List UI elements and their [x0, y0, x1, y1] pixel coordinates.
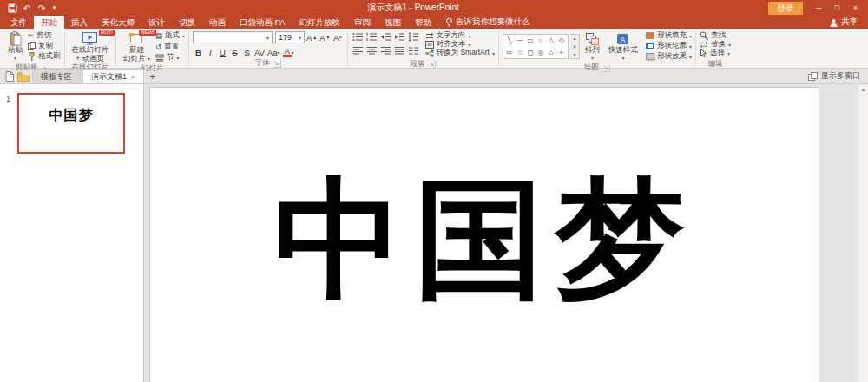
paste-button[interactable]: 粘贴 ▾	[4, 30, 26, 63]
shape-plus-icon[interactable]: +	[560, 49, 564, 56]
close-icon[interactable]: ×	[846, 1, 865, 15]
tab-design[interactable]: 设计	[141, 16, 172, 29]
gallery-more-icon[interactable]: ▾	[574, 52, 576, 57]
tab-home[interactable]: 开始	[34, 16, 64, 29]
font-size-value: 179	[279, 33, 292, 42]
cut-button[interactable]: ✂ 剪切	[28, 31, 61, 40]
shape-home-icon[interactable]: ⌂	[549, 49, 554, 56]
shape-arrow-icon[interactable]: ⇨	[507, 49, 513, 56]
shape-gallery-scrollbar[interactable]: ▲ ▼ ▾	[570, 34, 580, 59]
italic-button[interactable]: I	[205, 46, 216, 58]
underline-button[interactable]: U	[217, 46, 228, 58]
slide-thumbnail[interactable]: 中国梦	[17, 93, 125, 154]
login-button[interactable]: 登录	[768, 2, 803, 15]
document-icon[interactable]	[5, 71, 14, 82]
slide-editing-surface[interactable]: 中国梦	[149, 87, 819, 382]
shape-fill-button[interactable]: 形状填充 ▾	[646, 31, 692, 40]
paste-dropdown-icon: ▾	[14, 55, 16, 63]
select-button[interactable]: 选择 ▾	[700, 49, 731, 57]
shape-triangle-icon[interactable]: △	[549, 36, 554, 44]
scrollbar-up-icon[interactable]: ▲	[861, 87, 866, 382]
minimize-icon[interactable]: ─	[810, 1, 828, 15]
share-button[interactable]: 共享	[819, 16, 868, 29]
format-painter-icon	[28, 52, 36, 61]
character-spacing-button[interactable]: AV	[253, 46, 266, 58]
doc-tab-template-zone[interactable]: 模板专区	[32, 69, 81, 83]
new-slide-button[interactable]: NEW! 新建 幻灯片 ▾	[120, 30, 154, 63]
layout-button[interactable]: ▤ 版式 ▾	[155, 31, 185, 40]
redo-icon[interactable]: ↷	[36, 2, 48, 14]
bold-button[interactable]: B	[193, 46, 204, 58]
font-dialog-launcher-icon[interactable]: ↘	[273, 60, 281, 68]
font-size-combo[interactable]: 179 ▾	[275, 31, 305, 43]
increase-font-size-button[interactable]: A▲	[306, 31, 318, 43]
tab-pocket-animation[interactable]: 口袋动画 PA	[233, 16, 293, 29]
convert-smartart-button[interactable]: 转换为 SmartArt ▾	[425, 49, 495, 57]
shape-gallery[interactable]: ╲ ─ ▭ ○ △ ◇ ⇨ ☆ ◻ ◎ ⌂ +	[503, 34, 569, 59]
columns-button[interactable]	[407, 45, 420, 56]
decrease-indent-button[interactable]	[379, 31, 392, 43]
slide-title-text[interactable]: 中国梦	[150, 171, 819, 308]
align-left-button[interactable]	[352, 45, 365, 56]
arrange-dropdown-icon: ▾	[591, 55, 594, 63]
decrease-font-size-button[interactable]: A▼	[319, 31, 331, 43]
text-shadow-button[interactable]: S	[241, 46, 253, 58]
tab-animations[interactable]: 动画	[202, 16, 233, 29]
line-spacing-button[interactable]	[407, 31, 420, 43]
folder-icon[interactable]	[17, 72, 30, 82]
tab-insert[interactable]: 插入	[64, 16, 95, 29]
format-painter-button[interactable]: 格式刷	[28, 52, 61, 61]
increase-indent-button[interactable]	[393, 31, 406, 43]
font-name-combo[interactable]: ▾	[193, 31, 273, 43]
canvas-scrollbar[interactable]: ▲	[858, 84, 868, 382]
align-right-button[interactable]	[379, 45, 392, 56]
shape-square-icon[interactable]: ◻	[528, 49, 534, 56]
tab-review[interactable]: 审阅	[347, 16, 378, 29]
doc-tab-presentation1[interactable]: 演示文稿1 ×	[82, 69, 144, 83]
change-case-button[interactable]: Aa▾	[266, 46, 281, 58]
shape-effects-button[interactable]: 形状效果 ▾	[646, 52, 692, 61]
paragraph-dialog-launcher-icon[interactable]: ↘	[428, 61, 436, 69]
shape-outline-button[interactable]: 形状轮廓 ▾	[646, 42, 692, 50]
shape-circle-icon[interactable]: ◎	[537, 49, 543, 56]
tab-transitions[interactable]: 切换	[172, 16, 202, 29]
shape-hline-icon[interactable]: ─	[517, 36, 523, 44]
new-doc-tab-icon[interactable]: +	[146, 69, 160, 83]
shape-ellipse-icon[interactable]: ○	[539, 36, 543, 44]
shape-star-icon[interactable]: ☆	[516, 49, 523, 56]
bullets-button[interactable]	[352, 31, 365, 43]
gallery-up-icon[interactable]: ▲	[572, 36, 576, 41]
tab-file[interactable]: 文件	[3, 16, 34, 29]
align-center-button[interactable]	[365, 45, 378, 56]
tab-view[interactable]: 视图	[378, 16, 408, 29]
tell-me-box[interactable]: 告诉我你想要做什么	[438, 16, 537, 29]
font-color-button[interactable]: A ▾	[282, 46, 295, 58]
show-multi-window-button[interactable]: 显示多窗口	[808, 70, 864, 82]
shape-diamond-icon[interactable]: ◇	[559, 36, 564, 44]
copy-button[interactable]: 复制	[28, 42, 61, 50]
justify-button[interactable]	[393, 45, 406, 56]
gallery-down-icon[interactable]: ▼	[572, 44, 576, 49]
tab-slideshow[interactable]: 幻灯片放映	[293, 16, 348, 29]
tab-help[interactable]: 帮助	[408, 16, 438, 29]
arrange-button[interactable]: 排列 ▾	[582, 30, 603, 63]
qat-customize-icon[interactable]: ▾	[50, 2, 58, 14]
maximize-icon[interactable]: □	[828, 1, 846, 15]
undo-icon[interactable]: ↶	[21, 2, 33, 14]
clear-formatting-button[interactable]: A×	[332, 31, 344, 43]
reset-button[interactable]: ↺ 重置	[155, 43, 185, 51]
shape-rectangle-icon[interactable]: ▭	[527, 36, 534, 44]
doc-tab-close-icon[interactable]: ×	[131, 73, 135, 81]
text-direction-icon	[425, 32, 434, 40]
strikethrough-button[interactable]: S	[229, 46, 240, 58]
online-slides-button[interactable]: HOT! 在线幻灯片 + 动画页	[69, 30, 113, 63]
shape-effects-dropdown-icon: ▾	[689, 54, 692, 60]
section-button[interactable]: 节 ▾	[155, 53, 185, 62]
quick-styles-button[interactable]: A 快速样式 ▾	[605, 30, 641, 63]
numbering-button[interactable]	[365, 31, 378, 43]
tab-beautify-master[interactable]: 美化大师	[95, 16, 141, 29]
shape-line-icon[interactable]: ╲	[508, 36, 512, 44]
new-slide-label-line2: 幻灯片	[123, 54, 146, 63]
save-icon[interactable]	[6, 2, 18, 14]
drawing-dialog-launcher-icon[interactable]: ↘	[602, 64, 610, 72]
